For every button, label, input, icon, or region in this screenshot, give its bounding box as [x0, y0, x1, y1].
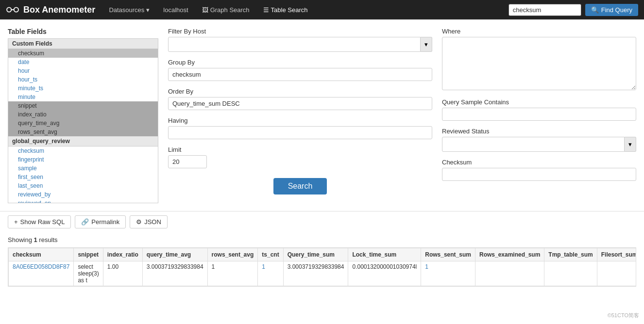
nav-localhost[interactable]: localhost [157, 3, 194, 16]
bottom-actions: + Show Raw SQL 🔗 Permalink ⚙ JSON [0, 211, 644, 233]
show-raw-sql-button[interactable]: + Show Raw SQL [8, 215, 71, 228]
field-hour-ts[interactable]: hour_ts [8, 75, 158, 84]
col-index-ratio[interactable]: index_ratio [103, 248, 142, 261]
nav-datasources-label: Datasources [109, 6, 144, 14]
field-index-ratio[interactable]: index_ratio [8, 110, 158, 119]
fields-list[interactable]: Custom Fields checksum date hour hour_ts… [8, 38, 158, 203]
filter-by-host-input[interactable] [168, 37, 421, 52]
json-label: JSON [144, 218, 161, 226]
nav-search-area: 🔍 Find Query [508, 4, 638, 16]
order-by-group: Order By [168, 88, 432, 110]
field-fingerprint[interactable]: fingerprint [8, 155, 158, 164]
middle-panel: Filter By Host ▾ Group By Order By Havin… [168, 28, 432, 203]
limit-input[interactable] [168, 155, 207, 168]
chevron-down-icon: ▾ [424, 41, 428, 48]
nav-table-search[interactable]: ☰ Table Search [257, 3, 314, 16]
field-date[interactable]: date [8, 58, 158, 66]
find-query-button[interactable]: 🔍 Find Query [585, 4, 638, 16]
filter-by-host-group: Filter By Host ▾ [168, 28, 432, 52]
where-group: Where [442, 28, 636, 92]
filter-host-dropdown-btn[interactable]: ▾ [421, 37, 432, 52]
field-rows-sent-avg[interactable]: rows_sent_avg [8, 128, 158, 136]
row-lock-time-sum: 0.000132000001030974l [348, 261, 421, 286]
reviewed-status-dropdown-btn[interactable]: ▾ [625, 137, 636, 152]
col-query-time-avg[interactable]: query_time_avg [142, 248, 207, 261]
field-query-time-avg[interactable]: query_time_avg [8, 119, 158, 128]
results-suffix: results [37, 236, 58, 243]
checksum-group: Checksum [442, 159, 636, 181]
reviewed-status-wrap: ▾ [442, 137, 636, 152]
row-rows-examined-sum [475, 261, 544, 286]
where-textarea[interactable] [442, 37, 636, 90]
field-checksum-global[interactable]: checksum [8, 146, 158, 155]
group-by-input[interactable] [168, 68, 432, 81]
field-snippet[interactable]: snippet [8, 101, 158, 110]
search-button[interactable]: Search [273, 178, 327, 194]
col-query-time-sum[interactable]: Query_time_sum [283, 248, 348, 261]
row-tmp-table-sum [544, 261, 597, 286]
having-group: Having [168, 117, 432, 139]
field-minute-ts[interactable]: minute_ts [8, 84, 158, 93]
reviewed-status-group: Reviewed Status ▾ [442, 128, 636, 152]
col-rows-examined-sum[interactable]: Rows_examined_sum [475, 248, 544, 261]
field-reviewed-by[interactable]: reviewed_by [8, 190, 158, 199]
checksum-label: Checksum [442, 159, 636, 166]
row-query-time-sum: 3.0003719329833984 [283, 261, 348, 286]
field-last-seen[interactable]: last_seen [8, 181, 158, 190]
field-checksum-custom[interactable]: checksum [8, 49, 158, 58]
field-first-seen[interactable]: first_seen [8, 173, 158, 181]
row-ts-cnt[interactable]: 1 [258, 261, 283, 286]
nav-datasources[interactable]: Datasources ▾ [103, 3, 155, 16]
nav-search-input[interactable] [508, 4, 581, 16]
find-query-label: Find Query [601, 6, 632, 14]
query-sample-input[interactable] [442, 108, 636, 121]
col-tmp-table-sum[interactable]: Tmp_table_sum [544, 248, 597, 261]
query-sample-label: Query Sample Contains [442, 98, 636, 106]
reviewed-status-select[interactable] [442, 137, 625, 152]
nav-items: Datasources ▾ localhost 🖼 Graph Search ☰… [103, 3, 500, 16]
results-table: checksum snippet index_ratio query_time_… [8, 248, 636, 286]
field-hour[interactable]: hour [8, 66, 158, 75]
field-sample[interactable]: sample [8, 164, 158, 173]
search-btn-wrap: Search [168, 178, 432, 194]
nav-graph-search[interactable]: 🖼 Graph Search [196, 3, 255, 16]
json-button[interactable]: ⚙ JSON [130, 215, 168, 228]
brand-title: Box Anemometer [23, 5, 95, 15]
order-by-input[interactable] [168, 97, 432, 110]
field-minute[interactable]: minute [8, 93, 158, 101]
brand: Box Anemometer [6, 4, 95, 15]
col-snippet[interactable]: snippet [74, 248, 103, 261]
navbar: Box Anemometer Datasources ▾ localhost 🖼… [0, 0, 644, 19]
col-filesort-sum[interactable]: Filesort_sum [597, 248, 636, 261]
chevron-down-icon: ▾ [628, 141, 632, 148]
row-rows-sent-sum[interactable]: 1 [421, 261, 475, 286]
having-input[interactable] [168, 126, 432, 139]
table-header-row: checksum snippet index_ratio query_time_… [9, 248, 637, 261]
custom-fields-group: Custom Fields [8, 39, 158, 49]
checksum-input[interactable] [442, 168, 636, 181]
results-section: Showing 1 results checksum snippet index… [0, 233, 644, 294]
col-rows-sent-avg[interactable]: rows_sent_avg [207, 248, 258, 261]
permalink-button[interactable]: 🔗 Permalink [75, 215, 126, 228]
search-icon: 🔍 [591, 6, 599, 14]
col-checksum[interactable]: checksum [9, 248, 74, 261]
group-by-group: Group By [168, 59, 432, 81]
results-table-wrap: checksum snippet index_ratio query_time_… [8, 247, 636, 287]
show-raw-sql-label: Show Raw SQL [20, 218, 65, 226]
filter-host-wrap: ▾ [168, 37, 432, 52]
col-ts-cnt[interactable]: ts_cnt [258, 248, 283, 261]
col-rows-sent-sum[interactable]: Rows_sent_sum [421, 248, 475, 261]
gear-icon: ⚙ [136, 218, 142, 226]
results-summary: Showing 1 results [8, 236, 636, 243]
having-label: Having [168, 117, 432, 124]
field-reviewed-on[interactable]: reviewed_on [8, 199, 158, 203]
order-by-label: Order By [168, 88, 432, 95]
group-by-label: Group By [168, 59, 432, 66]
right-panel: Where Query Sample Contains Reviewed Sta… [442, 28, 636, 203]
limit-label: Limit [168, 146, 432, 153]
table-fields-title: Table Fields [8, 28, 158, 35]
col-lock-time-sum[interactable]: Lock_time_sum [348, 248, 421, 261]
table-row: 8A0E6ED058DD8F87 selectsleep(3)as t 1.00… [9, 261, 637, 286]
brand-icon [6, 4, 19, 15]
row-checksum[interactable]: 8A0E6ED058DD8F87 [9, 261, 74, 286]
